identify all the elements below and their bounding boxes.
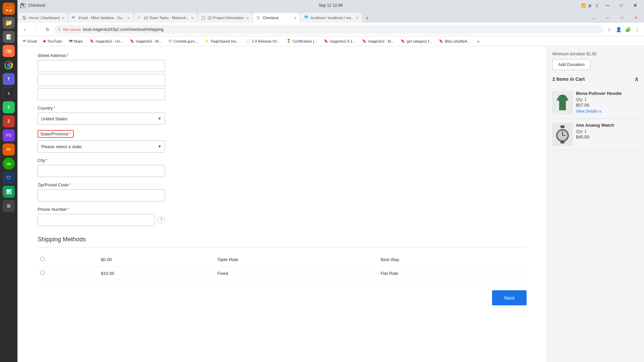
bookmark-maps[interactable]: 🗺 Maps [66, 39, 86, 44]
bookmark-magento241[interactable]: 🔖 magento2.4.1... [321, 38, 358, 44]
phone-help-icon[interactable]: ? [158, 216, 165, 224]
network-icon: 📶 [581, 3, 586, 8]
street-address-input-2[interactable] [38, 74, 165, 86]
taskbar-shopping[interactable]: 🛍 [3, 45, 15, 57]
window-maximize[interactable]: □ [615, 13, 629, 23]
shipping-methods-section: Shipping Methods $0.00 Table Rate Best W… [38, 236, 527, 280]
battery-icon: 🔋 [595, 3, 599, 8]
taskbar-shield[interactable]: 🛡 [3, 172, 15, 184]
bookmark-label-gmail: Gmail [27, 39, 37, 43]
maximize-button[interactable]: □ [616, 3, 627, 8]
phone-input[interactable] [38, 214, 155, 226]
bookmark-star-icon[interactable]: ☆ [605, 25, 613, 34]
browser-window: Checkout Sep 12 12:46 📶 🔊 🔋 ─ □ ✕ 🏠 Home… [17, 0, 644, 362]
pagespeed-icon: ⚡ [205, 39, 209, 43]
state-select-wrapper: Please select a state. ▼ [38, 140, 165, 153]
checkout-form: Street Address* Country* United States ▼ [17, 46, 547, 362]
tab-team-tasks[interactable]: ✓ (2) Team Tasks - Matsonli... ✕ [134, 13, 197, 23]
bookmark-release[interactable]: 📄 2.4 Release Inf... [243, 38, 282, 44]
bookmark-pagespeed[interactable]: ⚡ PageSpeed Ins... [202, 38, 241, 44]
tab-localhost[interactable]: 🐬 localhost / localhost / ma... ✕ [301, 13, 362, 23]
bookmark-magento-m2[interactable]: 🔖 magento2 - M... [359, 38, 396, 44]
bookmarks-more-icon[interactable]: » [474, 37, 482, 45]
cart-view-details-0[interactable]: View Details ∨ [576, 109, 639, 114]
bookmark-gmail[interactable]: ✉ Gmail [20, 38, 40, 44]
tab-close-tasks[interactable]: ✕ [191, 16, 194, 20]
new-tab-button[interactable]: + [363, 13, 372, 23]
title-bar-left: Checkout [20, 2, 45, 9]
street-address-input-1[interactable] [38, 60, 165, 72]
tab-close-checkout[interactable]: ✕ [294, 16, 297, 20]
tab-checkout[interactable]: 🛒 Checkout ✕ [253, 13, 300, 23]
taskbar-inkscape[interactable]: ✏ [3, 143, 15, 156]
street-address-group: Street Address* [38, 53, 527, 100]
taskbar-teams[interactable]: T [3, 73, 15, 85]
minimize-button[interactable]: ─ [602, 3, 613, 8]
bookmark-crontab[interactable]: ⏱ Crontab.guru... [166, 39, 201, 44]
window-minimize[interactable]: ─ [601, 13, 614, 23]
close-button[interactable]: ✕ [629, 3, 641, 8]
taskbar-firefox[interactable]: 🦊 [3, 3, 15, 15]
menu-icon[interactable]: ⋮ [633, 25, 641, 34]
shipping-radio-input-1[interactable] [40, 270, 45, 275]
address-bar: ‹ › ↻ ⚠ Not secure local.magento243p2.co… [17, 23, 644, 36]
profile-icon[interactable]: 👤 [614, 25, 623, 34]
tab-close-email[interactable]: ✕ [127, 16, 130, 20]
cart-collapse-icon[interactable]: ∧ [634, 75, 639, 83]
reload-button[interactable]: ↻ [43, 25, 52, 34]
extensions-icon[interactable]: 🧩 [624, 25, 632, 34]
system-tray-icons: 📶 🔊 🔋 [581, 3, 599, 8]
shipping-row-0: $0.00 Table Rate Best Way [38, 253, 527, 266]
tabs-bar: 🏠 Home | Dashboard ✕ ✉ Email - Mitul Vad… [17, 11, 644, 23]
bookmark-cert[interactable]: 🏅 Certification |... [284, 38, 320, 44]
country-select[interactable]: United States [38, 113, 165, 125]
bookmark-youtube[interactable]: ▶ YouTube [41, 38, 65, 44]
taskbar-scratch[interactable]: S [3, 101, 15, 113]
zip-input[interactable] [38, 189, 165, 201]
cart-item-name-1: Aim Analog Watch [576, 123, 639, 128]
bookmark-magento-m[interactable]: 🔖 magento2 - M... [127, 38, 164, 44]
tab-project-info[interactable]: 📋 (2) Project Information ✕ [198, 13, 252, 23]
cart-item-image-0 [552, 91, 573, 114]
taskbar-filezilla[interactable]: Z [3, 115, 15, 127]
shipping-radio-input-0[interactable] [40, 257, 45, 261]
state-select[interactable]: Please select a state. [38, 140, 165, 153]
taskbar-upwork[interactable]: Up [3, 158, 15, 170]
next-button[interactable]: Next [492, 290, 527, 305]
taskbar-sheets[interactable]: 📊 [3, 186, 15, 198]
bookmark-magento-un[interactable]: 🔖 magento2 - Un... [87, 38, 126, 44]
add-donation-button[interactable]: Add Donation [552, 59, 590, 70]
cert-icon: 🏅 [286, 39, 291, 43]
shipping-method-1: Fixed [215, 266, 378, 280]
tab-list-button[interactable]: ⌄ [587, 13, 600, 23]
cart-item-name-0: Mona Pullover Hoodie [576, 91, 639, 96]
shipping-carrier-0: Best Way [378, 253, 527, 266]
forward-button[interactable]: › [32, 25, 41, 34]
country-group: Country* United States ▼ [38, 106, 527, 125]
tab-home-dashboard[interactable]: 🏠 Home | Dashboard ✕ [19, 13, 68, 23]
shipping-price-1: $10.00 [98, 266, 215, 280]
url-bar[interactable]: ⚠ Not secure local.magento243p2.com/chec… [54, 25, 603, 34]
tab-close-home[interactable]: ✕ [62, 16, 64, 20]
bookmark-bliss[interactable]: 🔖 Bliss phpMyA... [436, 38, 473, 44]
bookmark-label-magento241: magento2.4.1... [330, 39, 355, 43]
street-address-input-3[interactable] [38, 88, 165, 100]
bookmark-getcategory[interactable]: 🔖 get category f... [398, 38, 435, 44]
window-close[interactable]: ✕ [629, 13, 643, 23]
taskbar-text-editor[interactable]: 📝 [3, 31, 15, 43]
taskbar-grid[interactable]: ⊞ [3, 200, 15, 212]
taskbar-phpstorm[interactable]: PS [3, 129, 15, 141]
city-group: City* [38, 158, 527, 177]
back-button[interactable]: ‹ [20, 25, 30, 34]
city-input[interactable] [38, 165, 165, 177]
taskbar-files[interactable]: 📁 [3, 17, 15, 29]
city-required-marker: * [46, 158, 47, 163]
zip-required-marker: * [69, 182, 71, 187]
tab-email[interactable]: ✉ Email - Mitul Vadaliya - Ou... ✕ [68, 13, 133, 23]
tab-close-project[interactable]: ✕ [246, 16, 249, 20]
taskbar-terminal[interactable]: $ [3, 87, 15, 99]
taskbar-chrome[interactable] [3, 59, 15, 71]
street-address-label: Street Address* [38, 53, 527, 58]
magento-icon-2: 🔖 [130, 39, 135, 43]
tab-close-localhost[interactable]: ✕ [356, 16, 359, 20]
